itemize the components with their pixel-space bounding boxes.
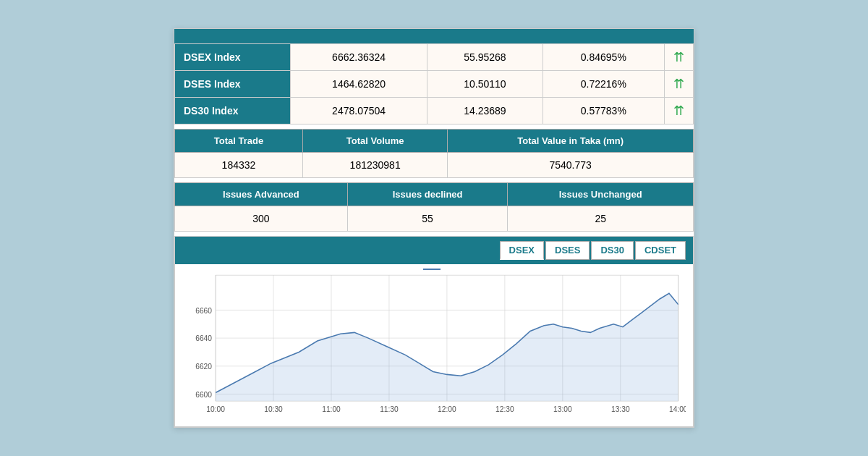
svg-text:12:30: 12:30	[495, 405, 514, 413]
svg-text:6640: 6640	[195, 334, 212, 342]
chart-tab-ds30[interactable]: DS30	[591, 241, 634, 260]
stats-table: Total TradeTotal VolumeTotal Value in Ta…	[174, 129, 694, 178]
chart-tab-dsex[interactable]: DSEX	[500, 241, 544, 260]
stats-value-0: 184332	[175, 152, 303, 177]
issues-table: Issues AdvancedIssues declinedIssues Unc…	[174, 182, 694, 232]
svg-text:6660: 6660	[195, 306, 212, 314]
index-arrow-1: ⇈	[665, 70, 694, 97]
stats-value-1: 181230981	[302, 152, 447, 177]
issues-header-0: Issues Advanced	[175, 182, 348, 206]
main-card: DSEX Index6662.3632455.952680.84695%⇈DSE…	[174, 28, 694, 428]
chart-tabs: DSEXDSESDS30CDSET	[500, 241, 686, 260]
svg-text:13:30: 13:30	[611, 405, 630, 413]
index-change-0: 55.95268	[427, 43, 542, 70]
svg-text:6620: 6620	[195, 363, 212, 371]
svg-text:13:00: 13:00	[553, 405, 572, 413]
chart-tab-cdset[interactable]: CDSET	[635, 241, 686, 260]
issues-section: Issues AdvancedIssues declinedIssues Unc…	[174, 182, 694, 232]
index-change-1: 10.50110	[427, 70, 542, 97]
legend-line-icon	[423, 269, 441, 270]
svg-text:11:00: 11:00	[322, 405, 341, 413]
index-label-0: DSEX Index	[175, 43, 291, 70]
chart-area: 10:0010:3011:0011:3012:0012:3013:0013:30…	[175, 271, 693, 427]
index-value-0: 6662.36324	[291, 43, 427, 70]
index-pct-0: 0.84695%	[542, 43, 664, 70]
index-value-2: 2478.07504	[291, 97, 427, 124]
svg-text:10:00: 10:00	[206, 405, 225, 413]
stats-value-2: 7540.773	[448, 152, 694, 177]
svg-text:11:30: 11:30	[380, 405, 399, 413]
svg-text:10:30: 10:30	[264, 405, 283, 413]
issues-value-1: 55	[347, 206, 508, 231]
chart-section: DSEXDSESDS30CDSET 10:0010:3011:0011:3012…	[174, 236, 694, 428]
issues-value-2: 25	[508, 206, 694, 231]
index-label-2: DS30 Index	[175, 97, 291, 124]
index-value-1: 1464.62820	[291, 70, 427, 97]
svg-text:6600: 6600	[195, 390, 212, 398]
index-arrow-2: ⇈	[665, 97, 694, 124]
svg-text:12:00: 12:00	[438, 405, 456, 413]
index-pct-1: 0.72216%	[542, 70, 664, 97]
stats-header-0: Total Trade	[175, 129, 303, 152]
stats-section: Total TradeTotal VolumeTotal Value in Ta…	[174, 129, 694, 178]
issues-header-1: Issues declined	[347, 182, 508, 206]
index-pct-2: 0.57783%	[542, 97, 664, 124]
header-bar	[174, 29, 694, 43]
stats-header-1: Total Volume	[302, 129, 447, 152]
main-chart-svg: 10:0010:3011:0011:3012:0012:3013:0013:30…	[182, 271, 686, 420]
chart-header: DSEXDSESDS30CDSET	[175, 237, 693, 264]
issues-header-2: Issues Unchanged	[508, 182, 694, 206]
svg-text:14:00: 14:00	[669, 405, 686, 413]
index-arrow-0: ⇈	[665, 43, 694, 70]
chart-tab-dses[interactable]: DSES	[545, 241, 590, 260]
stats-header-2: Total Value in Taka (mn)	[448, 129, 694, 152]
index-label-1: DSES Index	[175, 70, 291, 97]
issues-value-0: 300	[175, 206, 348, 231]
index-table: DSEX Index6662.3632455.952680.84695%⇈DSE…	[174, 43, 694, 124]
index-change-2: 14.23689	[427, 97, 542, 124]
